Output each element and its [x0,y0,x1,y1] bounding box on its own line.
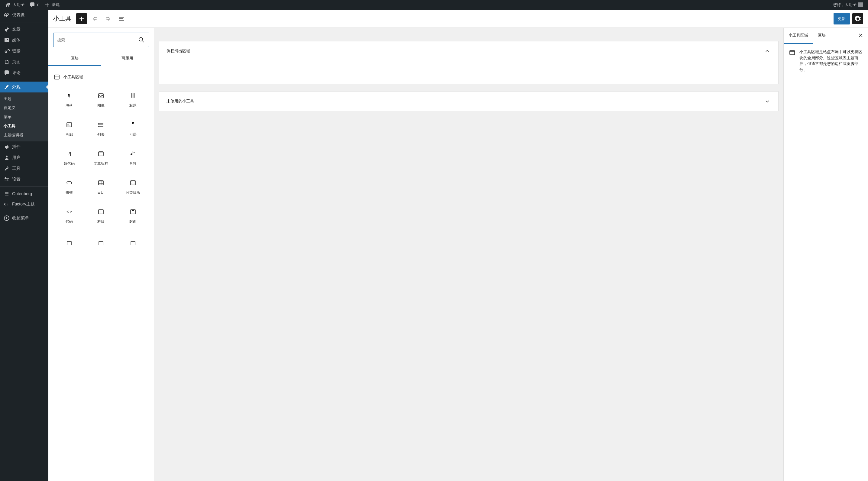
svg-text:< >: < > [66,210,72,214]
submenu-widgets[interactable]: 小工具 [0,122,49,130]
block-label: 代码 [66,219,73,224]
block-icon: < > [66,208,73,216]
comment-icon [29,2,35,8]
block-item[interactable]: 分类目录 [117,172,149,201]
block-item[interactable]: 音频 [117,143,149,172]
page-title: 小工具 [53,14,71,23]
widget-area-icon [788,49,796,56]
adminbar-account[interactable]: 您好，大胡子 [831,0,866,10]
menu-tools[interactable]: 工具 [0,163,49,174]
block-item[interactable]: 封面 [117,201,149,230]
block-item[interactable]: 图像 [85,86,117,115]
block-item[interactable]: ¶段落 [53,86,85,115]
svg-rect-12 [67,182,72,184]
menu-gutenberg[interactable]: Gutenberg [0,188,49,199]
search-input[interactable] [57,38,138,42]
block-label: 短代码 [64,161,75,166]
tab-reusable[interactable]: 可重用 [101,52,154,66]
block-label: 图像 [97,103,104,108]
block-item[interactable] [117,230,149,260]
block-item[interactable]: 按钮 [53,172,85,201]
block-item[interactable]: 栏目 [85,201,117,230]
block-item[interactable]: 标题 [117,86,149,115]
settings-close-button[interactable] [854,29,868,42]
menu-comments[interactable]: 评论 [0,67,49,78]
settings-panel: 小工具区域 区块 小工具区域是站点布局中可以支持区块的全局部分。这些区域因主题而… [783,28,868,481]
settings-tab-block[interactable]: 区块 [813,28,831,44]
inserter-toggle-button[interactable] [76,13,87,24]
menu-posts[interactable]: 文章 [0,24,49,35]
menu-appearance[interactable]: 外观 [0,82,49,92]
submenu-customize[interactable]: 自定义 [0,103,49,113]
search-input-wrap [53,33,149,47]
block-item[interactable]: 画廊 [53,115,85,143]
settings-toggle-button[interactable] [852,13,863,24]
submenu-editor[interactable]: 主题编辑器 [0,130,49,139]
menu-collapse-label: 收起菜单 [12,216,29,221]
menu-settings[interactable]: 设置 [0,174,49,185]
block-item[interactable] [53,230,85,260]
submenu-appearance: 主题 自定义 菜单 小工具 主题编辑器 [0,92,49,141]
redo-button[interactable] [103,13,114,24]
menu-factory-label: Factory主题 [12,201,35,207]
menu-collapse[interactable]: 收起菜单 [0,213,49,224]
adminbar-comments[interactable]: 0 [27,0,42,10]
widget-area-header-1[interactable]: 侧栏滑出区域 [159,41,778,61]
block-item[interactable]: [/]短代码 [53,143,85,172]
block-label: 标题 [129,103,136,108]
svg-text:[/]: [/] [67,151,71,156]
block-item[interactable] [85,230,117,260]
menu-factory[interactable]: Xin Factory主题 [0,199,49,210]
menu-pages[interactable]: 页面 [0,57,49,67]
block-icon: [/] [66,150,73,157]
svg-point-8 [98,126,99,127]
block-label: 引语 [129,132,136,137]
settings-description: 小工具区域是站点布局中可以支持区块的全局部分。这些区域因主题而异，但通常都是您的… [799,49,863,72]
media-icon [4,37,10,43]
block-item[interactable]: 列表 [85,115,117,143]
page-icon [4,59,10,65]
menu-links[interactable]: 链接 [0,45,49,57]
adminbar-new[interactable]: 新建 [42,0,62,10]
undo-button[interactable] [89,13,100,24]
update-button[interactable]: 更新 [834,13,850,25]
menu-users[interactable]: 用户 [0,152,49,163]
settings-tab-areas[interactable]: 小工具区域 [784,28,813,44]
block-item[interactable]: 文章归档 [85,143,117,172]
gutenberg-icon [4,191,10,197]
widget-area-title: 未使用的小工具 [166,98,194,104]
adminbar-site[interactable]: 大胡子 [2,0,27,10]
block-label: 栏目 [97,219,104,224]
user-icon [4,155,10,161]
svg-rect-25 [67,242,71,245]
block-icon [129,92,136,99]
inserter-panel: 区块 可重用 小工具区域 ¶段落图像标题画廊列表”引语[/]短代码文章归档音频按… [49,28,154,481]
submenu-themes[interactable]: 主题 [0,94,49,103]
svg-rect-2 [54,75,59,79]
menu-comments-label: 评论 [12,70,21,75]
block-item[interactable]: 日历 [85,172,117,201]
dashboard-icon [4,12,10,18]
menu-appearance-label: 外观 [12,84,21,90]
block-label: 按钮 [66,190,73,195]
tab-blocks[interactable]: 区块 [49,52,101,66]
link-icon [4,48,10,54]
menu-pages-label: 页面 [12,59,21,65]
block-icon [129,150,136,157]
submenu-menus[interactable]: 菜单 [0,113,49,122]
block-icon [97,92,104,99]
menu-media[interactable]: 媒体 [0,35,49,45]
block-item[interactable]: < >代码 [53,201,85,230]
menu-dashboard[interactable]: 仪表盘 [0,10,49,21]
svg-point-19 [133,183,133,183]
block-item[interactable]: ”引语 [117,115,149,143]
plugin-icon [4,144,10,150]
block-label: 画廊 [66,132,73,137]
menu-plugins[interactable]: 插件 [0,141,49,152]
widget-area-body-1[interactable] [159,61,778,84]
xin-icon: Xin [4,203,10,206]
widget-area-header-2[interactable]: 未使用的小工具 [159,92,778,111]
list-view-button[interactable] [116,13,127,24]
svg-rect-28 [790,51,795,55]
brush-icon [4,84,10,90]
